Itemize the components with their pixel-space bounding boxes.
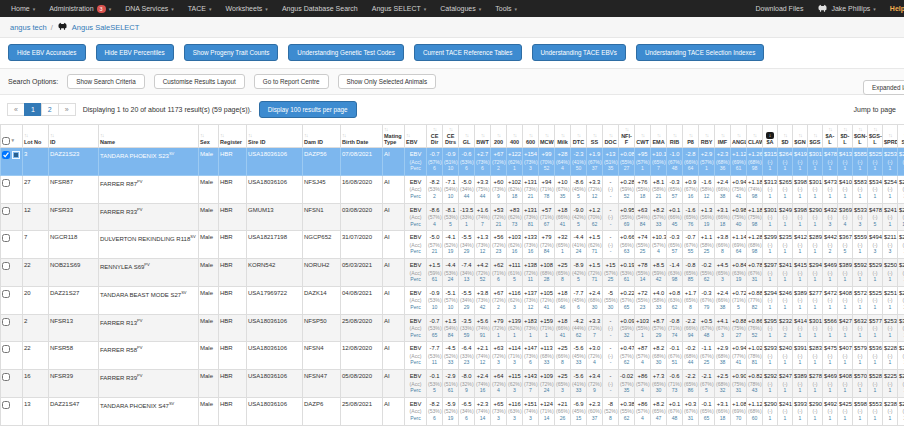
animal-name-cell[interactable]: FARRER R87PV	[99, 175, 199, 203]
dam-id-cell[interactable]: NGCP652	[303, 231, 341, 259]
row-checkbox[interactable]	[2, 179, 10, 187]
col-header-rib[interactable]: ↑↓RIB	[667, 125, 683, 148]
understanding-tace-selection-indexes-button[interactable]: Understanding TACE Selection Indexes	[636, 44, 764, 61]
row-checkbox[interactable]	[2, 234, 10, 242]
go-to-report-centre-button[interactable]: Go to Report Centre	[254, 74, 329, 89]
col-header-sire-id[interactable]: ↑↓Sire ID	[247, 125, 303, 148]
animal-name-cell[interactable]: TANDARA PHOENIX S47SV	[99, 397, 199, 425]
col-header-bwt[interactable]: ↑↓BWT	[475, 125, 491, 148]
col-header-gn[interactable]: ↑↓$GN	[793, 125, 808, 148]
show-only-selected-animals-button[interactable]: Show Only Selected Animals	[338, 74, 437, 89]
col-header-gn-l[interactable]: ↑↓$GN-L	[853, 125, 868, 148]
row-checkbox[interactable]	[2, 207, 10, 215]
animal-name-cell[interactable]: TANDARA BEAST MODE S27SV	[99, 286, 199, 314]
animal-id-cell[interactable]: NFSR33	[49, 203, 99, 231]
animal-name-cell[interactable]: FARRER R58PV	[99, 342, 199, 370]
col-header-dtc[interactable]: ↑↓DTC	[571, 125, 587, 148]
row-checkbox[interactable]	[2, 318, 10, 326]
nav-item-administration[interactable]: Administration3▾	[42, 0, 118, 17]
animal-name-cell[interactable]: DULVERTON REKINDLING R118SV	[99, 231, 199, 259]
col-header-sex[interactable]: ↑↓Sex	[199, 125, 219, 148]
col-header-d-l[interactable]: ↑↓$D-L	[838, 125, 853, 148]
col-header-dam-id[interactable]: ↑↓Dam ID	[303, 125, 341, 148]
col-header-ebv[interactable]: ↑↓EBV	[405, 125, 427, 148]
dam-id-cell[interactable]: NFSJ45	[303, 175, 341, 203]
sire-id-cell[interactable]: GMUM13	[247, 203, 303, 231]
sire-id-cell[interactable]: USA17969722	[247, 286, 303, 314]
hide-ebv-percentiles-button[interactable]: Hide EBV Percentiles	[96, 44, 174, 61]
per-page-button[interactable]: Display 100 results per page	[259, 101, 357, 118]
sire-id-cell[interactable]: KORN542	[247, 259, 303, 287]
dam-id-cell[interactable]: DAZP6	[303, 397, 341, 425]
col-header-400[interactable]: ↑↓400	[507, 125, 523, 148]
dam-id-cell[interactable]: NORUH2	[303, 259, 341, 287]
customise-results-layout-button[interactable]: Customise Results Layout	[154, 74, 245, 89]
user-menu[interactable]: Jake Phillips▾	[810, 0, 882, 17]
row-checkbox[interactable]	[2, 262, 10, 270]
prev-page-button[interactable]: «	[7, 103, 25, 116]
dam-id-cell[interactable]: NFSP50	[303, 314, 341, 342]
col-header-ce-dir[interactable]: ↑↓CE Dir	[427, 125, 443, 148]
col-header-rby[interactable]: ↑↓RBY	[699, 125, 715, 148]
page-1-button[interactable]: 1	[24, 103, 42, 116]
jump-to-page-label[interactable]: Jump to page	[854, 106, 896, 113]
sire-id-cell[interactable]: USA18036106	[247, 148, 303, 176]
col-header-mcw[interactable]: ↑↓MCW	[539, 125, 555, 148]
show-progeny-trait-counts-button[interactable]: Show Progeny Trait Counts	[184, 44, 279, 61]
col-header-ema[interactable]: ↑↓EMA	[651, 125, 667, 148]
nav-item-angus-database-search[interactable]: Angus Database Search	[275, 0, 365, 17]
animal-name-cell[interactable]: FARRER R39PV	[99, 370, 199, 398]
nav-item-tace[interactable]: TACE▾	[181, 0, 219, 17]
col-header-ss[interactable]: ↑↓SS	[587, 125, 603, 148]
col-header-id[interactable]: ↑↓ID	[49, 125, 99, 148]
row-detail-icon[interactable]	[12, 151, 20, 159]
chevron-down-icon[interactable]: ▾	[10, 137, 14, 143]
next-page-button[interactable]: »	[58, 103, 76, 116]
col-header-p8[interactable]: ↑↓P8	[683, 125, 699, 148]
sire-id-cell[interactable]: USA18036106	[247, 314, 303, 342]
dam-id-cell[interactable]: NFSN4	[303, 342, 341, 370]
col-header-milk[interactable]: ↑↓Milk	[555, 125, 571, 148]
breadcrumb-current-link[interactable]: Angus SaleSELECT	[72, 23, 140, 32]
row-checkbox[interactable]	[2, 401, 10, 409]
select-all-checkbox[interactable]	[2, 137, 10, 145]
nav-item-worksheets[interactable]: Worksheets▾	[219, 0, 275, 17]
sire-id-cell[interactable]: USA18217198	[247, 231, 303, 259]
sire-id-cell[interactable]: USA18036106	[247, 370, 303, 398]
expanded-layout-button[interactable]: Expanded layout	[863, 80, 904, 95]
col-header-claw[interactable]: ↑↓CLAW	[747, 125, 763, 148]
hide-ebv-accuracies-button[interactable]: Hide EBV Accuracies	[8, 44, 86, 61]
animal-name-cell[interactable]: FARRER R13PV	[99, 314, 199, 342]
row-checkbox[interactable]	[2, 151, 10, 159]
animal-id-cell[interactable]: NFSR39	[49, 370, 99, 398]
sire-id-cell[interactable]: USA18036106	[247, 397, 303, 425]
col-header-doc[interactable]: ↑↓DOC	[603, 125, 619, 148]
animal-id-cell[interactable]: DAZ21S27	[49, 286, 99, 314]
breadcrumb-home-link[interactable]: angus tech	[10, 23, 47, 32]
dam-id-cell[interactable]: NFSN1	[303, 203, 341, 231]
dam-id-cell[interactable]: DAZP56	[303, 148, 341, 176]
animal-name-cell[interactable]: TANDARA PHOENIX S23SV	[99, 148, 199, 176]
nav-item-dna-services[interactable]: DNA Services▾	[118, 0, 181, 17]
nav-item-angus-select[interactable]: Angus SELECT▾	[365, 0, 434, 17]
col-header-600[interactable]: ↑↓600	[523, 125, 539, 148]
animal-name-cell[interactable]: RENNYLEA S69PV	[99, 259, 199, 287]
sire-id-cell[interactable]: USA18036106	[247, 175, 303, 203]
animal-id-cell[interactable]: NFSR13	[49, 314, 99, 342]
col-header-nfi-f[interactable]: ↑↓NFI-F	[619, 125, 635, 148]
animal-id-cell[interactable]: NFSR87	[49, 175, 99, 203]
dam-id-cell[interactable]: NFSN47	[303, 370, 341, 398]
help-link[interactable]: Help	[883, 0, 904, 17]
page-2-button[interactable]: 2	[41, 103, 59, 116]
col-header-a[interactable]: ↓$A	[763, 125, 778, 148]
show-search-criteria-button[interactable]: Show Search Criteria	[67, 74, 145, 89]
col-header-cwt[interactable]: ↑↓CWT	[635, 125, 651, 148]
col-header-birth-date[interactable]: ↑↓Birth Date	[341, 125, 383, 148]
current-tace-reference-tables-button[interactable]: Current TACE Reference Tables	[414, 44, 522, 61]
col-header-ce-dtrs[interactable]: ↑↓CE Dtrs	[443, 125, 459, 148]
col-header-d[interactable]: ↑↓$D	[778, 125, 793, 148]
nav-item-home[interactable]: Home▾	[4, 0, 42, 17]
col-header-a-l[interactable]: ↑↓$A-L	[823, 125, 838, 148]
col-header-st[interactable]: ↑↓ST	[898, 125, 904, 148]
col-header-imf[interactable]: ↑↓IMF	[715, 125, 731, 148]
